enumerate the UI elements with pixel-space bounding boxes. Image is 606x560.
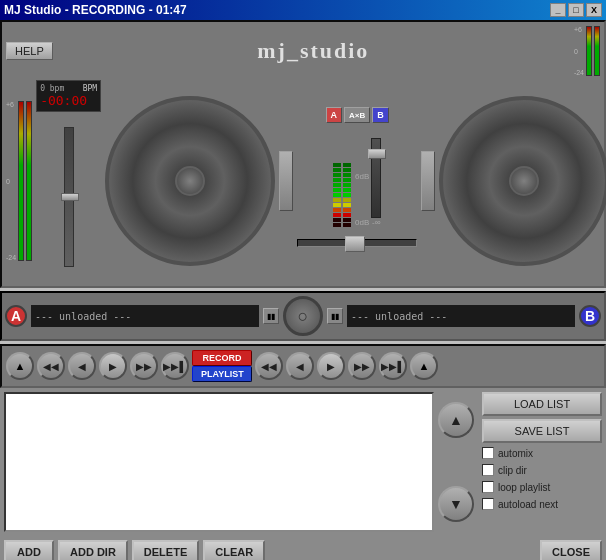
record-playlist-btn[interactable]: RECORD PLAYLIST bbox=[192, 350, 252, 382]
deck-a-time: -00:00 bbox=[40, 93, 97, 108]
mixer-buttons: A A×B B bbox=[326, 107, 389, 123]
minimize-button[interactable]: _ bbox=[550, 3, 566, 17]
logo: mj_studio bbox=[53, 38, 574, 64]
crossfader-track[interactable] bbox=[297, 239, 417, 247]
vu-labels-left: +6 0 -24 bbox=[6, 101, 16, 261]
track-a-info: --- unloaded --- bbox=[31, 305, 259, 327]
title-bar: MJ Studio - RECORDING - 01:47 _ □ X bbox=[0, 0, 606, 20]
loop-playlist-row: loop playlist bbox=[482, 480, 602, 494]
vu-bar-r2 bbox=[594, 26, 600, 76]
delete-btn[interactable]: DELETE bbox=[132, 540, 199, 560]
scroll-up-btn[interactable]: ▲ bbox=[438, 402, 474, 438]
transport-bar: ▲ ◀◀ ◀ ▶ ▶▶ ▶▶▌ RECORD PLAYLIST ◀◀ ◀ ▶ ▶… bbox=[0, 344, 606, 388]
db-scale: 6dB 0dB bbox=[355, 172, 369, 227]
vu-bar-r1 bbox=[586, 26, 592, 76]
deck-b-slider-left[interactable] bbox=[421, 151, 435, 211]
eq-fader: -∞ bbox=[371, 138, 381, 227]
dj-header: HELP mj_studio +6 0 -24 bbox=[6, 26, 600, 76]
deck-a-bpm-val: 0 bpm bbox=[40, 84, 64, 93]
save-list-btn[interactable]: SAVE LIST bbox=[482, 419, 602, 443]
deck-a-eject-btn[interactable]: ▲ bbox=[6, 352, 34, 380]
deck-a-next-btn[interactable]: ▶▶▌ bbox=[161, 352, 189, 380]
help-button[interactable]: HELP bbox=[6, 42, 53, 60]
nav-center-dial[interactable]: ○ bbox=[283, 296, 323, 336]
deck-b-pause-btn[interactable]: ▮▮ bbox=[327, 308, 343, 324]
deck-b-eject-btn[interactable]: ▲ bbox=[410, 352, 438, 380]
autoload-next-checkbox[interactable] bbox=[482, 498, 494, 510]
close-window-button[interactable]: X bbox=[586, 3, 602, 17]
deck-a: 0 bpm BPM -00:00 bbox=[36, 80, 293, 282]
playlist-area[interactable] bbox=[4, 392, 434, 532]
scroll-down-btn[interactable]: ▼ bbox=[438, 486, 474, 522]
db-bottom-label: -∞ bbox=[372, 218, 380, 227]
right-options: LOAD LIST SAVE LIST automix clip dir loo… bbox=[482, 392, 602, 532]
vu-bars-right bbox=[586, 26, 600, 76]
turntables: +6 0 -24 0 bpm BPM -00:00 bbox=[6, 80, 600, 282]
eq-meter: 6dB 0dB -∞ bbox=[333, 127, 381, 227]
loop-playlist-label: loop playlist bbox=[498, 482, 550, 493]
eq-fader-track[interactable] bbox=[371, 138, 381, 218]
eq-left bbox=[333, 163, 341, 227]
action-btns-left: ADD ADD DIR DELETE CLEAR bbox=[4, 540, 265, 560]
add-btn[interactable]: ADD bbox=[4, 540, 54, 560]
crossfader bbox=[297, 231, 417, 255]
turntable-b[interactable] bbox=[439, 96, 606, 266]
deck-a-rew-btn[interactable]: ◀ bbox=[68, 352, 96, 380]
playlist-btn[interactable]: PLAYLIST bbox=[192, 366, 252, 382]
deck-b: BPM 0 bpm -00:00 bbox=[421, 80, 606, 282]
title-text: MJ Studio - RECORDING - 01:47 bbox=[4, 3, 187, 17]
eq-right bbox=[343, 163, 351, 227]
maximize-button[interactable]: □ bbox=[568, 3, 584, 17]
automix-label: automix bbox=[498, 448, 533, 459]
dj-section: HELP mj_studio +6 0 -24 +6 0 -24 bbox=[0, 20, 606, 288]
mix-btn-ab[interactable]: A×B bbox=[344, 107, 370, 123]
mix-btn-b[interactable]: B bbox=[372, 107, 389, 123]
automix-row: automix bbox=[482, 446, 602, 460]
track-b-info: --- unloaded --- bbox=[347, 305, 575, 327]
deck-b-play-btn[interactable]: ▶ bbox=[317, 352, 345, 380]
eq-fader-handle[interactable] bbox=[368, 149, 386, 159]
deck-b-prev-btn[interactable]: ◀◀ bbox=[255, 352, 283, 380]
automix-checkbox[interactable] bbox=[482, 447, 494, 459]
vu-bar-l1 bbox=[18, 101, 24, 261]
right-vu-top: +6 0 -24 bbox=[574, 26, 600, 76]
clear-btn[interactable]: CLEAR bbox=[203, 540, 265, 560]
deck-a-bpm-display: 0 bpm BPM -00:00 bbox=[36, 80, 101, 112]
deck-b-fwd-btn[interactable]: ▶▶ bbox=[348, 352, 376, 380]
clip-dir-label: clip dir bbox=[498, 465, 527, 476]
crossfader-handle[interactable] bbox=[345, 236, 365, 252]
deck-a-prev-btn[interactable]: ◀◀ bbox=[37, 352, 65, 380]
loop-playlist-checkbox[interactable] bbox=[482, 481, 494, 493]
clip-dir-checkbox[interactable] bbox=[482, 464, 494, 476]
deck-a-bpm-label: BPM bbox=[83, 84, 97, 93]
deck-a-pause-btn[interactable]: ▮▮ bbox=[263, 308, 279, 324]
bottom-section: ▲ ▼ LOAD LIST SAVE LIST automix clip dir… bbox=[0, 388, 606, 536]
deck-a-pitch-slider[interactable] bbox=[64, 112, 74, 282]
clip-dir-row: clip dir bbox=[482, 463, 602, 477]
deck-a-fwd-btn[interactable]: ▶▶ bbox=[130, 352, 158, 380]
track-bar: A --- unloaded --- ▮▮ ○ ▮▮ --- unloaded … bbox=[0, 291, 606, 341]
add-dir-btn[interactable]: ADD DIR bbox=[58, 540, 128, 560]
turntable-a-center bbox=[175, 166, 205, 196]
turntable-b-center bbox=[509, 166, 539, 196]
deck-a-display: 0 bpm BPM -00:00 bbox=[36, 80, 101, 282]
load-list-btn[interactable]: LOAD LIST bbox=[482, 392, 602, 416]
close-btn[interactable]: CLOSE bbox=[540, 540, 602, 560]
deck-b-next-btn[interactable]: ▶▶▌ bbox=[379, 352, 407, 380]
deck-a-slider-right[interactable] bbox=[279, 151, 293, 211]
center-mixer: A A×B B bbox=[297, 107, 417, 255]
left-vu: +6 0 -24 bbox=[6, 101, 32, 261]
deck-b-rew-btn[interactable]: ◀ bbox=[286, 352, 314, 380]
autoload-next-row: autoload next bbox=[482, 497, 602, 511]
deck-b-label: B bbox=[579, 305, 601, 327]
mix-btn-a[interactable]: A bbox=[326, 107, 343, 123]
vu-labels-right: +6 0 -24 bbox=[574, 26, 584, 76]
action-btns-right: CLOSE bbox=[540, 540, 602, 560]
record-btn[interactable]: RECORD bbox=[192, 350, 252, 366]
deck-b-controls-left bbox=[421, 151, 435, 211]
bottom-action-bar: ADD ADD DIR DELETE CLEAR CLOSE bbox=[0, 536, 606, 560]
scroll-arrows: ▲ ▼ bbox=[438, 392, 478, 532]
turntable-a[interactable] bbox=[105, 96, 275, 266]
vu-bars-left bbox=[18, 101, 32, 261]
deck-a-play-btn[interactable]: ▶ bbox=[99, 352, 127, 380]
